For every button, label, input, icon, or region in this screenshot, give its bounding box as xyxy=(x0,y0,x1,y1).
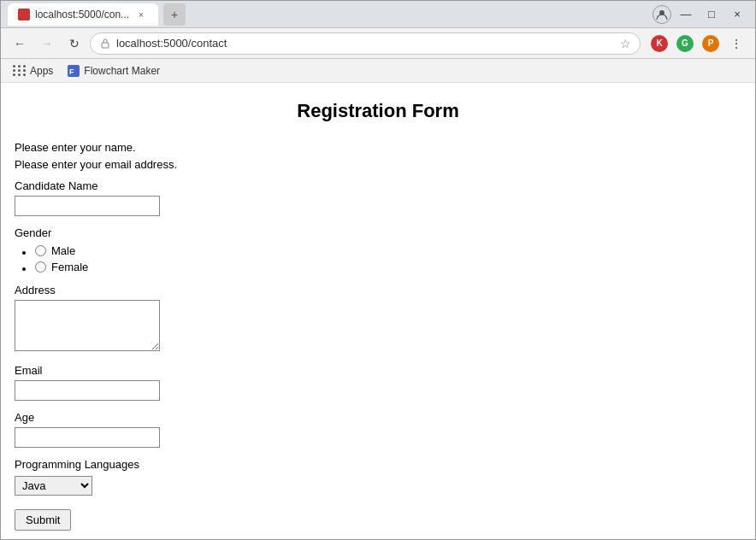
page-content: Registration Form Please enter your name… xyxy=(1,83,755,539)
page-title: Registration Form xyxy=(15,100,741,122)
candidate-name-label: Candidate Name xyxy=(15,179,741,192)
address-input[interactable] xyxy=(15,300,160,351)
candidate-name-input[interactable] xyxy=(15,196,160,216)
apps-label: Apps xyxy=(30,65,53,77)
extension-icon-green[interactable]: G xyxy=(673,32,697,56)
gender-male-option[interactable]: Male xyxy=(35,244,741,257)
close-button[interactable]: × xyxy=(726,7,748,22)
new-tab-button[interactable]: + xyxy=(163,3,186,26)
gender-male-label: Male xyxy=(51,244,75,257)
lock-icon xyxy=(99,38,111,50)
browser-window: localhost:5000/con... × + — □ × ← → ↻ ☆ xyxy=(0,0,756,540)
window-controls: — □ × xyxy=(653,5,748,24)
url-input[interactable] xyxy=(116,37,615,50)
gender-female-option[interactable]: Female xyxy=(35,261,741,273)
tab-favicon xyxy=(18,9,30,21)
candidate-name-group: Candidate Name xyxy=(15,179,741,216)
extension-icon-orange[interactable]: P xyxy=(699,32,723,56)
profile-icon[interactable] xyxy=(653,5,671,24)
message-email: Please enter your email address. xyxy=(15,156,741,173)
apps-grid-icon xyxy=(13,65,27,76)
age-label: Age xyxy=(15,411,741,424)
programming-languages-select[interactable]: Java Python C++ JavaScript xyxy=(15,476,92,496)
forward-button[interactable]: → xyxy=(35,32,59,56)
gender-label: Gender xyxy=(15,226,741,239)
email-group: Email xyxy=(15,364,741,401)
address-label: Address xyxy=(15,284,741,296)
browser-tab[interactable]: localhost:5000/con... × xyxy=(8,3,158,26)
gender-female-radio[interactable] xyxy=(35,261,46,273)
bookmarks-bar: Apps F Flowchart Maker xyxy=(1,59,755,83)
menu-button[interactable]: ⋮ xyxy=(724,32,748,56)
apps-bookmark[interactable]: Apps xyxy=(9,63,56,79)
gender-section: Gender Male Female xyxy=(15,226,741,273)
orange-extension-favicon: P xyxy=(702,35,719,52)
message-name: Please enter your name. xyxy=(15,139,741,156)
browser-toolbar: ← → ↻ ☆ K G P ⋮ xyxy=(1,28,755,59)
extension-icon-red[interactable]: K xyxy=(647,32,671,56)
email-label: Email xyxy=(15,364,741,377)
programming-languages-section: Programming Languages Java Python C++ Ja… xyxy=(15,458,741,496)
maximize-button[interactable]: □ xyxy=(700,7,723,22)
age-group: Age xyxy=(15,411,741,448)
submit-button[interactable]: Submit xyxy=(15,509,71,531)
tab-title: localhost:5000/con... xyxy=(35,9,129,21)
flowchart-favicon: F xyxy=(67,64,80,78)
minimize-button[interactable]: — xyxy=(675,7,697,22)
green-extension-favicon: G xyxy=(676,35,694,52)
registration-form: Candidate Name Gender Male xyxy=(15,179,741,531)
svg-text:F: F xyxy=(69,68,74,76)
red-extension-favicon: K xyxy=(651,35,668,52)
reload-button[interactable]: ↻ xyxy=(62,32,86,56)
back-button[interactable]: ← xyxy=(8,32,32,56)
gender-options: Male Female xyxy=(15,244,741,273)
gender-male-radio[interactable] xyxy=(35,245,46,256)
flowchart-bookmark-label: Flowchart Maker xyxy=(84,65,160,77)
address-group: Address xyxy=(15,284,741,354)
toolbar-extension-icons: K G P ⋮ xyxy=(647,32,748,56)
flowchart-maker-bookmark[interactable]: F Flowchart Maker xyxy=(62,62,165,79)
form-messages: Please enter your name. Please enter you… xyxy=(15,139,741,173)
gender-female-label: Female xyxy=(51,261,88,273)
age-input[interactable] xyxy=(15,427,160,448)
address-bar[interactable]: ☆ xyxy=(90,32,641,55)
svg-rect-1 xyxy=(102,43,109,48)
title-bar: localhost:5000/con... × + — □ × xyxy=(1,1,755,28)
bookmark-star-icon[interactable]: ☆ xyxy=(620,37,631,50)
programming-languages-label: Programming Languages xyxy=(15,458,741,471)
email-input[interactable] xyxy=(15,380,160,401)
tab-close-button[interactable]: × xyxy=(134,8,148,21)
